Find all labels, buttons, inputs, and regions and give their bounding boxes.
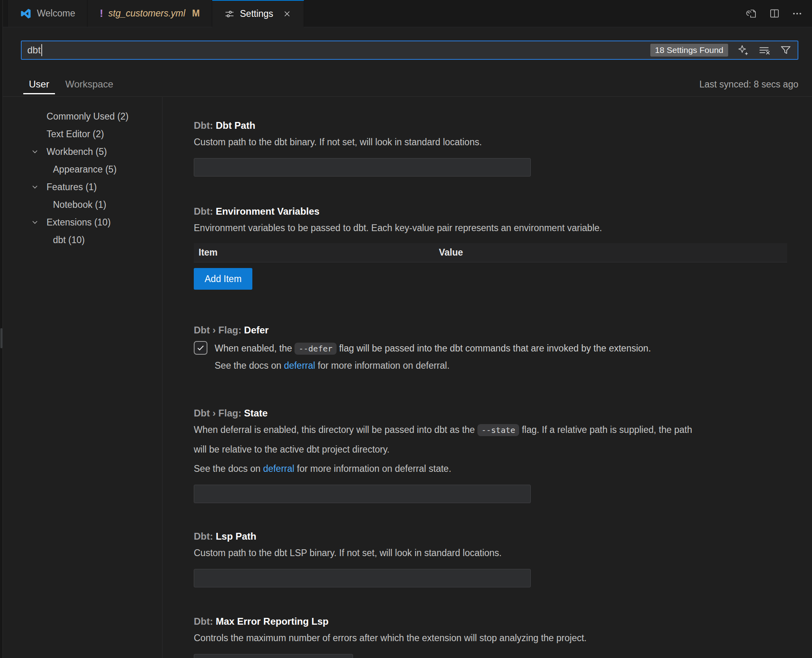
setting-title: Dbt: Dbt Path xyxy=(194,119,787,132)
column-value: Value xyxy=(434,247,787,258)
open-settings-json-icon[interactable] xyxy=(746,8,758,20)
yaml-file-icon: ! xyxy=(99,7,103,20)
setting-title: Dbt: Lsp Path xyxy=(194,530,787,543)
setting-title: Dbt › Flag: State xyxy=(194,406,787,420)
tab-file-label: stg_customers.yml xyxy=(108,8,185,19)
setting-description: Controls the maximum number of errors af… xyxy=(194,628,787,648)
setting-title: Dbt: Environment Variables xyxy=(194,205,787,218)
docs-text: for more information on deferral state. xyxy=(294,463,451,474)
tab-stg-customers-yml[interactable]: ! stg_customers.yml M xyxy=(87,0,212,27)
last-synced-status: Last synced: 8 secs ago xyxy=(699,72,798,96)
defer-docs-line: See the docs on deferral for more inform… xyxy=(215,356,787,375)
defer-description: When enabled, the --defer flag will be p… xyxy=(215,341,651,356)
filter-settings-icon[interactable] xyxy=(780,44,792,57)
env-variables-table: Item Value xyxy=(194,243,787,262)
setting-lsp-path: Dbt: Lsp Path Custom path to the dbt LSP… xyxy=(194,530,787,587)
setting-title: Dbt: Max Error Reporting Lsp xyxy=(194,615,787,628)
scope-tab-workspace[interactable]: Workspace xyxy=(60,72,119,96)
toc-item-extensions[interactable]: Extensions (10) xyxy=(0,213,162,231)
split-editor-icon[interactable] xyxy=(769,8,780,19)
toc-item-commonly-used[interactable]: Commonly Used (2) xyxy=(0,108,162,125)
setting-description: Environment variables to be passed to db… xyxy=(194,218,787,238)
lsp-path-input[interactable] xyxy=(194,569,531,587)
docs-text: for more information on deferral. xyxy=(315,360,450,371)
desc-text: When enabled, the xyxy=(215,343,294,353)
setting-category: Dbt › Flag: xyxy=(194,325,244,335)
toc-item-notebook[interactable]: Notebook (1) xyxy=(0,196,162,213)
setting-name: Dbt Path xyxy=(216,120,256,131)
dbt-path-input[interactable] xyxy=(194,158,531,177)
settings-toc: Commonly Used (2) Text Editor (2) Workbe… xyxy=(0,97,162,658)
column-item: Item xyxy=(194,247,434,258)
toc-item-text-editor[interactable]: Text Editor (2) xyxy=(0,125,162,143)
setting-description: Custom path to the dbt LSP binary. If no… xyxy=(194,543,787,563)
chevron-down-icon xyxy=(30,218,47,227)
tab-welcome-label: Welcome xyxy=(37,8,75,19)
settings-found-badge: 18 Settings Found xyxy=(650,44,728,57)
toc-item-features[interactable]: Features (1) xyxy=(0,178,162,196)
settings-search-input[interactable]: dbt 18 Settings Found xyxy=(21,41,798,60)
setting-environment-variables: Dbt: Environment Variables Environment v… xyxy=(194,205,787,290)
setting-category: Dbt: xyxy=(194,616,216,627)
editor-tab-bar: Welcome ! stg_customers.yml M Settings xyxy=(0,0,812,27)
more-actions-icon[interactable] xyxy=(791,8,803,20)
setting-description: Custom path to the dbt binary. If not se… xyxy=(194,132,787,152)
tab-settings[interactable]: Settings xyxy=(212,0,304,27)
left-rail xyxy=(0,0,3,658)
defer-checkbox[interactable] xyxy=(194,341,207,355)
chevron-down-icon xyxy=(30,147,47,156)
toc-item-dbt[interactable]: dbt (10) xyxy=(0,231,162,249)
toc-item-appearance[interactable]: Appearance (5) xyxy=(0,160,162,178)
toc-label: Text Editor (2) xyxy=(47,129,104,140)
deferral-docs-link[interactable]: deferral xyxy=(263,463,294,474)
chevron-down-icon xyxy=(30,183,47,191)
tab-settings-label: Settings xyxy=(240,8,273,19)
setting-category: Dbt: xyxy=(194,531,216,542)
state-flag-code: --state xyxy=(477,424,519,436)
setting-name: Lsp Path xyxy=(216,531,256,542)
ai-search-sparkle-icon[interactable] xyxy=(737,44,749,57)
search-query-text: dbt xyxy=(27,45,41,56)
rail-scroll-thumb[interactable] xyxy=(0,328,2,348)
desc-text: flag. If a relative path is supplied, th… xyxy=(519,424,692,435)
setting-flag-state: Dbt › Flag: State When deferral is enabl… xyxy=(194,406,787,503)
scope-workspace-label: Workspace xyxy=(65,79,114,90)
env-table-header: Item Value xyxy=(194,243,787,262)
deferral-docs-link[interactable]: deferral xyxy=(284,360,315,371)
desc-text: will be relative to the active dbt proje… xyxy=(194,444,390,455)
setting-name: Max Error Reporting Lsp xyxy=(216,616,329,627)
setting-dbt-path: Dbt: Dbt Path Custom path to the dbt bin… xyxy=(194,119,787,177)
scope-tab-user[interactable]: User xyxy=(23,72,55,96)
state-docs-line: See the docs on deferral for more inform… xyxy=(194,459,787,478)
toc-label: Commonly Used (2) xyxy=(47,111,129,122)
setting-category: Dbt: xyxy=(194,206,216,217)
clear-search-icon[interactable] xyxy=(758,44,771,57)
toc-label: Extensions (10) xyxy=(47,217,111,228)
setting-max-error-reporting-lsp: Dbt: Max Error Reporting Lsp Controls th… xyxy=(194,615,787,658)
settings-list: Dbt: Dbt Path Custom path to the dbt bin… xyxy=(162,97,812,658)
toc-label: Notebook (1) xyxy=(53,199,106,210)
max-error-reporting-input[interactable] xyxy=(194,654,353,658)
add-item-button[interactable]: Add Item xyxy=(194,268,252,290)
settings-scope-row: User Workspace Last synced: 8 secs ago xyxy=(0,72,812,97)
text-caret xyxy=(41,44,42,56)
settings-sliders-icon xyxy=(224,9,235,19)
desc-text: flag will be passed into the dbt command… xyxy=(337,343,651,353)
defer-checkbox-row: When enabled, the --defer flag will be p… xyxy=(194,341,787,356)
defer-flag-code: --defer xyxy=(294,343,336,355)
setting-flag-defer: Dbt › Flag: Defer When enabled, the --de… xyxy=(194,323,787,375)
setting-name: Defer xyxy=(244,325,268,335)
setting-category: Dbt: xyxy=(194,120,216,131)
toc-label: Features (1) xyxy=(47,182,97,193)
state-description: When deferral is enabled, this directory… xyxy=(194,420,787,459)
close-tab-icon[interactable] xyxy=(282,9,292,18)
docs-text: See the docs on xyxy=(215,360,284,371)
scope-user-label: User xyxy=(29,79,49,90)
tab-welcome[interactable]: Welcome xyxy=(7,0,87,27)
setting-title: Dbt › Flag: Defer xyxy=(194,323,787,337)
setting-name: State xyxy=(244,408,268,418)
settings-body: Commonly Used (2) Text Editor (2) Workbe… xyxy=(0,97,812,658)
docs-text: See the docs on xyxy=(194,463,263,474)
toc-item-workbench[interactable]: Workbench (5) xyxy=(0,143,162,160)
state-path-input[interactable] xyxy=(194,485,531,503)
